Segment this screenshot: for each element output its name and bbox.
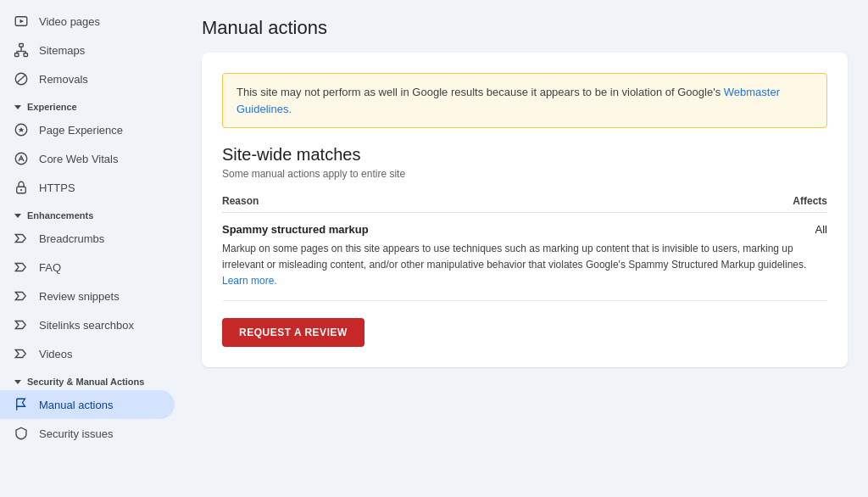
chevron-down-icon: [14, 211, 22, 220]
sidebar-item-sitemaps[interactable]: Sitemaps: [0, 36, 175, 64]
sidebar-item-sitelinks-searchbox[interactable]: Sitelinks searchbox: [0, 310, 175, 339]
flag-icon: [14, 397, 29, 412]
sidebar-item-videos[interactable]: Videos: [0, 339, 175, 368]
svg-marker-16: [14, 214, 21, 218]
shield-icon: [14, 426, 29, 441]
warning-text: This site may not perform as well in Goo…: [236, 86, 724, 98]
sitelinks-searchbox-icon: [14, 317, 29, 332]
svg-point-12: [15, 153, 27, 165]
svg-rect-3: [15, 53, 19, 57]
removals-icon: [14, 71, 29, 87]
svg-marker-19: [15, 293, 25, 300]
main-content: Manual actions This site may not perform…: [181, 0, 868, 497]
section-experience-header[interactable]: Experience: [0, 93, 181, 115]
sidebar-item-label: Review snippets: [39, 290, 120, 303]
svg-rect-4: [24, 53, 28, 57]
chevron-down-icon: [14, 103, 22, 111]
sidebar-item-label: Sitemaps: [39, 44, 85, 57]
section-subtitle: Some manual actions apply to entire site: [222, 168, 827, 180]
sidebar-item-label: Core Web Vitals: [39, 153, 118, 165]
videos-icon: [14, 346, 29, 361]
sidebar-item-security-issues[interactable]: Security issues: [0, 419, 175, 448]
page-title: Manual actions: [202, 17, 848, 39]
sidebar-item-label: FAQ: [39, 261, 61, 274]
sidebar-item-video-pages[interactable]: Video pages: [0, 7, 175, 36]
sidebar-item-label: Manual actions: [39, 399, 113, 411]
sidebar-item-faq[interactable]: FAQ: [0, 253, 175, 282]
sidebar-item-label: Page Experience: [39, 124, 123, 137]
reason-description-text: Markup on some pages on this site appear…: [222, 243, 806, 271]
sidebar-item-manual-actions[interactable]: Manual actions: [0, 390, 175, 419]
sidebar-item-page-experience[interactable]: Page Experience: [0, 115, 175, 144]
svg-rect-2: [19, 44, 24, 47]
svg-marker-10: [14, 105, 21, 109]
table-row: Spammy structured markup All Markup on s…: [222, 213, 827, 301]
svg-marker-1: [20, 20, 25, 24]
sidebar-item-label: Removals: [39, 73, 88, 86]
affects-value: All: [815, 223, 827, 236]
sidebar-item-label: Breadcrumbs: [39, 232, 104, 245]
breadcrumbs-icon: [14, 231, 29, 246]
svg-marker-22: [14, 380, 21, 384]
core-web-vitals-icon: [14, 151, 29, 166]
table-row-header: Spammy structured markup All: [222, 223, 827, 236]
sidebar-item-removals[interactable]: Removals: [0, 64, 175, 93]
svg-marker-20: [15, 321, 25, 329]
column-header-affects: Affects: [793, 195, 827, 207]
svg-marker-17: [15, 235, 25, 243]
warning-banner: This site may not perform as well in Goo…: [222, 73, 827, 128]
section-experience-label: Experience: [27, 102, 77, 112]
sidebar-item-https[interactable]: HTTPS: [0, 173, 175, 202]
svg-marker-21: [15, 350, 25, 358]
sitemaps-icon: [14, 42, 29, 58]
sidebar-item-review-snippets[interactable]: Review snippets: [0, 282, 175, 310]
section-title: Site-wide matches: [222, 145, 827, 165]
svg-marker-18: [15, 264, 25, 271]
request-review-button[interactable]: REQUEST A REVIEW: [222, 318, 364, 347]
video-pages-icon: [14, 14, 29, 29]
sidebar-item-label: Videos: [39, 348, 73, 360]
svg-point-15: [20, 189, 22, 191]
page-experience-icon: [14, 122, 29, 137]
lock-icon: [14, 180, 29, 195]
sidebar-item-label: Security issues: [39, 427, 113, 440]
section-enhancements-header[interactable]: Enhancements: [0, 202, 181, 224]
sidebar-item-label: Sitelinks searchbox: [39, 319, 134, 332]
sidebar-item-label: Video pages: [39, 15, 100, 28]
section-security-header[interactable]: Security & Manual Actions: [0, 368, 181, 390]
content-card: This site may not perform as well in Goo…: [202, 53, 848, 367]
reason-description: Markup on some pages on this site appear…: [222, 241, 827, 290]
column-header-reason: Reason: [222, 195, 259, 207]
sidebar-item-label: HTTPS: [39, 181, 75, 194]
sidebar-item-breadcrumbs[interactable]: Breadcrumbs: [0, 224, 175, 253]
learn-more-link[interactable]: Learn more.: [222, 275, 277, 287]
section-enhancements-label: Enhancements: [27, 210, 93, 221]
table-header: Reason Affects: [222, 190, 827, 213]
section-security-label: Security & Manual Actions: [27, 377, 144, 387]
review-snippets-icon: [14, 288, 29, 304]
faq-icon: [14, 260, 29, 275]
reason-title: Spammy structured markup: [222, 223, 369, 236]
chevron-down-icon: [14, 377, 22, 386]
sidebar: Video pages Sitemaps Removals: [0, 0, 181, 497]
sidebar-item-core-web-vitals[interactable]: Core Web Vitals: [0, 144, 175, 173]
